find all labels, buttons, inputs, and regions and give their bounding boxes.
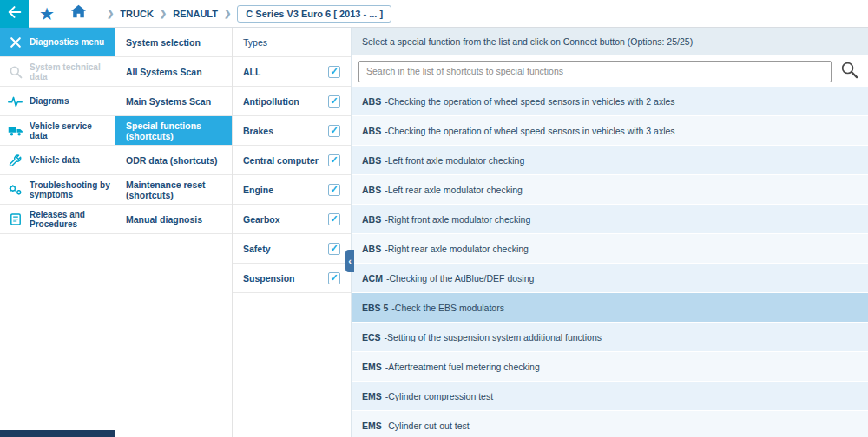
type-filter-suspension[interactable]: Suspension✓ bbox=[233, 264, 351, 293]
types-column: Types ALL✓Antipollution✓Brakes✓Central c… bbox=[233, 28, 352, 437]
function-row-abs-left-front-axle-modulator-checking[interactable]: ABS- Left front axle modulator checking bbox=[352, 146, 868, 175]
function-row-ebs-5-check-the-ebs-modulators[interactable]: EBS 5- Check the EBS modulators bbox=[352, 293, 868, 323]
menu-item-odr-data-shortcuts[interactable]: ODR data (shortcuts) bbox=[115, 146, 232, 175]
function-code: ABS bbox=[362, 96, 381, 107]
vehicle-data-icon bbox=[7, 153, 23, 167]
function-code: EMS bbox=[362, 391, 382, 401]
breadcrumb-item-vehicle-model[interactable]: C Series V3 Euro 6 [ 2013 - ... ] bbox=[237, 5, 391, 23]
sidebar-item-diagrams[interactable]: Diagrams bbox=[0, 87, 115, 116]
favorites-button[interactable]: ★ bbox=[34, 0, 60, 28]
sidebar-footer-bar bbox=[0, 430, 115, 437]
diagrams-icon bbox=[7, 95, 23, 108]
vehicle-service-data-icon bbox=[7, 124, 23, 137]
function-description: Checking of the AdBlue/DEF dosing bbox=[389, 273, 534, 284]
checkbox-all[interactable]: ✓ bbox=[328, 66, 340, 78]
function-row-ems-cylinder-cut-out-test[interactable]: EMS- Cylinder cut-out test bbox=[352, 411, 868, 437]
menu-list: System selectionAll Systems ScanMain Sys… bbox=[115, 28, 232, 234]
diagnostics-app: ★ ❯ TRUCK ❯ RENAULT ❯ C Series V3 Euro 6… bbox=[0, 0, 868, 437]
releases-icon bbox=[7, 212, 23, 226]
function-description: Left front axle modulator checking bbox=[388, 155, 525, 166]
checkbox-central-computer[interactable]: ✓ bbox=[328, 154, 340, 166]
function-row-abs-checking-the-operation-of-wheel-spee[interactable]: ABS- Checking the operation of wheel spe… bbox=[352, 116, 868, 146]
breadcrumb-item-renault[interactable]: RENAULT bbox=[173, 9, 218, 19]
checkbox-antipollution[interactable]: ✓ bbox=[328, 95, 340, 108]
checkbox-engine[interactable]: ✓ bbox=[328, 184, 340, 196]
menu-item-system-selection[interactable]: System selection bbox=[115, 28, 232, 57]
breadcrumb: ❯ TRUCK ❯ RENAULT ❯ C Series V3 Euro 6 [… bbox=[101, 5, 391, 23]
function-description: Check the EBS modulators bbox=[395, 303, 504, 313]
collapse-panel-button[interactable]: ‹ bbox=[345, 250, 354, 272]
menu-item-main-systems-scan[interactable]: Main Systems Scan bbox=[115, 87, 232, 116]
types-list: ALL✓Antipollution✓Brakes✓Central compute… bbox=[233, 57, 351, 293]
diagnostics-menu-column: System selectionAll Systems ScanMain Sys… bbox=[115, 28, 233, 437]
menu-item-manual-diagnosis[interactable]: Manual diagnosis bbox=[115, 205, 232, 234]
function-description: Right front axle modulator checking bbox=[388, 214, 531, 225]
function-row-abs-checking-the-operation-of-wheel-spee[interactable]: ABS- Checking the operation of wheel spe… bbox=[352, 87, 868, 116]
function-row-abs-right-front-axle-modulator-checking[interactable]: ABS- Right front axle modulator checking bbox=[352, 205, 868, 234]
function-row-ems-aftertreatment-fuel-metering-checkin[interactable]: EMS- Aftertreatment fuel metering checki… bbox=[352, 352, 868, 382]
type-filter-label: Safety bbox=[243, 244, 271, 254]
menu-item-label: Manual diagnosis bbox=[126, 214, 202, 225]
type-filter-label: ALL bbox=[243, 67, 260, 77]
function-description: Cylinder compression test bbox=[388, 391, 493, 401]
troubleshooting-icon bbox=[7, 183, 23, 197]
checkbox-safety[interactable]: ✓ bbox=[328, 243, 340, 255]
system-technical-data-icon bbox=[7, 65, 23, 79]
checkbox-brakes[interactable]: ✓ bbox=[328, 125, 340, 137]
search-row bbox=[352, 55, 868, 87]
special-functions-panel: Select a special function from the list … bbox=[352, 28, 868, 437]
type-filter-label: Engine bbox=[243, 185, 273, 195]
sidebar-item-label: Diagrams bbox=[30, 96, 69, 106]
type-filter-safety[interactable]: Safety✓ bbox=[233, 234, 351, 264]
function-description: Left rear axle modulator checking bbox=[388, 185, 523, 195]
function-row-ems-cylinder-compression-test[interactable]: EMS- Cylinder compression test bbox=[352, 382, 868, 411]
function-row-ecs-setting-of-the-suspension-system-add[interactable]: ECS- Setting of the suspension system ad… bbox=[352, 323, 868, 352]
breadcrumb-item-truck[interactable]: TRUCK bbox=[120, 9, 154, 19]
search-input[interactable] bbox=[358, 61, 832, 82]
function-row-abs-right-rear-axle-modulator-checking[interactable]: ABS- Right rear axle modulator checking bbox=[352, 234, 868, 264]
diagnostics-icon bbox=[7, 36, 23, 49]
type-filter-central-computer[interactable]: Central computer✓ bbox=[233, 146, 351, 175]
sidebar-item-label: Vehicle service data bbox=[30, 121, 110, 140]
function-description: Setting of the suspension system additio… bbox=[387, 332, 602, 342]
menu-item-label: ODR data (shortcuts) bbox=[126, 155, 218, 166]
type-filter-antipollution[interactable]: Antipollution✓ bbox=[233, 87, 351, 116]
sidebar-item-troubleshooting-by-symptoms[interactable]: Troubleshooting by symptoms bbox=[0, 175, 115, 205]
checkbox-gearbox[interactable]: ✓ bbox=[328, 213, 340, 225]
function-code: ABS bbox=[362, 155, 381, 166]
function-code: EBS 5 bbox=[362, 303, 388, 313]
chevron-right-icon: ❯ bbox=[107, 9, 114, 18]
function-description: Checking the operation of wheel speed se… bbox=[388, 96, 675, 107]
type-filter-engine[interactable]: Engine✓ bbox=[233, 175, 351, 205]
special-functions-list: ABS- Checking the operation of wheel spe… bbox=[352, 87, 868, 437]
function-description: Checking the operation of wheel speed se… bbox=[388, 126, 675, 136]
sidebar-item-diagnostics-menu[interactable]: Diagnostics menu bbox=[0, 28, 115, 57]
sidebar-item-vehicle-data[interactable]: Vehicle data bbox=[0, 146, 115, 175]
menu-item-label: Special functions (shortcuts) bbox=[126, 121, 223, 141]
type-filter-gearbox[interactable]: Gearbox✓ bbox=[233, 205, 351, 234]
search-button[interactable] bbox=[835, 58, 863, 84]
types-header: Types bbox=[233, 28, 351, 57]
back-button[interactable] bbox=[0, 0, 29, 28]
top-bar: ★ ❯ TRUCK ❯ RENAULT ❯ C Series V3 Euro 6… bbox=[0, 0, 868, 28]
function-row-abs-left-rear-axle-modulator-checking[interactable]: ABS- Left rear axle modulator checking bbox=[352, 175, 868, 205]
sidebar-item-system-technical-data[interactable]: System technical data bbox=[0, 57, 115, 87]
type-filter-brakes[interactable]: Brakes✓ bbox=[233, 116, 351, 146]
function-code: ABS bbox=[362, 214, 381, 225]
sidebar-item-label: Diagnostics menu bbox=[30, 37, 104, 47]
type-filter-all[interactable]: ALL✓ bbox=[233, 57, 351, 87]
checkbox-suspension[interactable]: ✓ bbox=[328, 272, 340, 284]
type-filter-label: Brakes bbox=[243, 126, 273, 136]
sidebar: Diagnostics menuSystem technical dataDia… bbox=[0, 28, 115, 437]
menu-item-all-systems-scan[interactable]: All Systems Scan bbox=[115, 57, 232, 87]
function-row-acm-checking-of-the-adblue-def-dosing[interactable]: ACM- Checking of the AdBlue/DEF dosing bbox=[352, 264, 868, 293]
home-button[interactable] bbox=[65, 0, 92, 28]
sidebar-item-vehicle-service-data[interactable]: Vehicle service data bbox=[0, 116, 115, 146]
menu-item-maintenance-reset-shortcuts[interactable]: Maintenance reset (shortcuts) bbox=[115, 175, 232, 205]
function-description: Cylinder cut-out test bbox=[388, 421, 469, 431]
type-filter-label: Antipollution bbox=[243, 96, 299, 107]
menu-item-special-functions-shortcuts[interactable]: Special functions (shortcuts) bbox=[115, 116, 232, 146]
menu-item-label: Maintenance reset (shortcuts) bbox=[126, 179, 223, 200]
menu-item-label: Main Systems Scan bbox=[126, 96, 211, 107]
sidebar-item-releases-and-procedures[interactable]: Releases and Procedures bbox=[0, 205, 115, 234]
